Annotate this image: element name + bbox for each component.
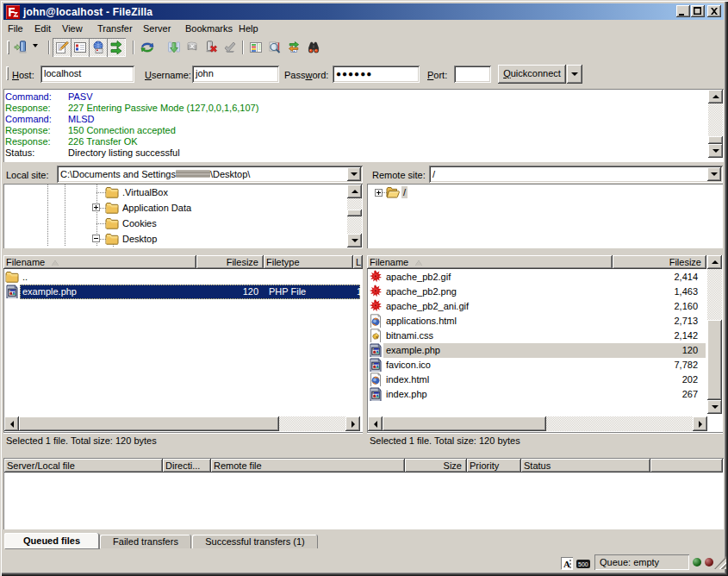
tree-expander-plus[interactable] xyxy=(92,203,100,211)
file-row[interactable]: example.php120PHP File1 xyxy=(3,285,363,299)
toggle-queue-button[interactable] xyxy=(107,38,126,57)
remote-site-combo[interactable]: / xyxy=(429,166,723,183)
tree-item[interactable]: / xyxy=(386,185,408,200)
minimize-button[interactable] xyxy=(676,5,690,17)
menu-view[interactable]: View xyxy=(59,22,86,34)
toggle-remote-tree-button[interactable] xyxy=(89,38,108,57)
tab-successful-transfers----[interactable]: Successful transfers (1) xyxy=(192,535,318,548)
disconnect-button[interactable] xyxy=(202,38,221,57)
column-header-filesize[interactable]: Filesize xyxy=(613,255,706,269)
scroll-left-button[interactable] xyxy=(368,416,383,431)
scroll-right-button[interactable] xyxy=(693,416,707,431)
find-files-button[interactable] xyxy=(304,38,323,57)
scroll-thumb[interactable] xyxy=(383,416,546,431)
tab-failed-transfers[interactable]: Failed transfers xyxy=(100,535,191,548)
local-tree-scroll-thumb[interactable] xyxy=(347,210,362,216)
queue-column-size[interactable]: Size xyxy=(405,459,467,473)
queue-column-remote-file[interactable]: Remote file xyxy=(211,459,405,473)
password-input[interactable]: ●●●●●● xyxy=(333,66,420,83)
local-tree-scroll-down[interactable] xyxy=(347,234,362,247)
resize-grip[interactable] xyxy=(714,556,726,569)
queue-column-blank[interactable] xyxy=(650,459,723,473)
column-header-filename[interactable]: Filename xyxy=(367,255,613,269)
file-row[interactable]: bitnami.css2,142 xyxy=(367,329,706,343)
log-scroll-up[interactable] xyxy=(708,90,723,103)
local-site-combo[interactable]: C:\Documents and Settings\Desktop\ xyxy=(57,166,363,183)
tree-expander-plus[interactable] xyxy=(375,189,383,197)
local-combo-dropdown[interactable] xyxy=(347,167,361,181)
tree-expander-minus[interactable] xyxy=(92,235,100,242)
local-list-hscrollbar[interactable] xyxy=(4,416,360,431)
scroll-track[interactable] xyxy=(279,416,345,431)
directory-comparison-button[interactable] xyxy=(265,38,284,57)
queue-column-status[interactable]: Status xyxy=(521,459,650,473)
scroll-down-button[interactable] xyxy=(707,400,722,414)
tree-item[interactable]: Application Data xyxy=(105,200,193,216)
file-row[interactable]: favicon.ico7,782 xyxy=(367,358,706,373)
local-tree-scrollbar[interactable] xyxy=(347,185,362,247)
menu-file[interactable]: File xyxy=(4,22,27,34)
file-row[interactable]: example.php120 xyxy=(367,343,706,358)
file-size: 120 xyxy=(3,286,258,297)
scroll-thumb[interactable] xyxy=(707,320,722,400)
close-icon xyxy=(709,6,719,16)
quickconnect-button[interactable]: Quickconnect xyxy=(498,65,566,84)
scroll-track[interactable] xyxy=(546,416,693,431)
remote-combo-dropdown[interactable] xyxy=(707,167,721,181)
log-scroll-thumb[interactable] xyxy=(708,136,723,144)
column-header-last-modified[interactable]: L xyxy=(353,255,363,269)
synchronized-browsing-button[interactable] xyxy=(284,38,303,57)
file-modified: 1 xyxy=(357,286,362,297)
scroll-track[interactable] xyxy=(707,269,722,320)
scroll-left-button[interactable] xyxy=(4,416,19,431)
folder-icon xyxy=(105,232,119,246)
tree-item[interactable]: Cookies xyxy=(105,216,159,231)
scroll-thumb[interactable] xyxy=(19,416,279,431)
tab-queued-files[interactable]: Queued files xyxy=(4,533,99,548)
quickconnect-dropdown[interactable] xyxy=(567,65,582,84)
refresh-button[interactable] xyxy=(138,38,157,57)
menu-edit[interactable]: Edit xyxy=(31,22,54,34)
cancel-operation-button[interactable] xyxy=(183,38,202,57)
column-header-filesize[interactable]: Filesize xyxy=(196,255,264,269)
file-row[interactable]: index.php267 xyxy=(367,387,706,402)
file-row[interactable]: apache_pb2_ani.gif2,160 xyxy=(367,299,706,314)
file-row[interactable]: index.html202 xyxy=(367,373,706,387)
toolbar-grip[interactable] xyxy=(7,41,9,54)
file-row[interactable]: applications.html2,713 xyxy=(367,314,706,329)
file-row[interactable]: apache_pb2.png1,463 xyxy=(367,285,706,299)
scroll-up-button[interactable] xyxy=(707,255,722,269)
queue-column-priority[interactable]: Priority xyxy=(467,459,521,473)
scroll-right-button[interactable] xyxy=(345,416,360,431)
site-manager-button[interactable] xyxy=(11,38,30,57)
process-queue-button[interactable] xyxy=(165,38,184,57)
queue-column-directi---[interactable]: Directi... xyxy=(163,459,211,473)
quickconnect-grip[interactable] xyxy=(6,66,9,80)
close-button[interactable] xyxy=(707,5,721,17)
reconnect-button[interactable] xyxy=(221,38,240,57)
host-input[interactable]: localhost xyxy=(40,66,134,83)
port-input[interactable] xyxy=(454,66,491,83)
column-header-filetype[interactable]: Filetype xyxy=(264,255,353,269)
menu-server[interactable]: Server xyxy=(140,22,174,34)
toggle-message-log-button[interactable] xyxy=(53,38,72,57)
local-tree-scroll-up[interactable] xyxy=(347,185,362,198)
file-row[interactable]: .. xyxy=(3,270,363,285)
menu-bookmarks[interactable]: Bookmarks xyxy=(182,22,236,34)
menu-help[interactable]: Help xyxy=(235,22,262,34)
username-input[interactable]: john xyxy=(192,66,279,83)
filter-button[interactable] xyxy=(246,38,265,57)
tree-item[interactable]: Desktop xyxy=(105,231,159,247)
log-scrollbar[interactable] xyxy=(708,90,723,158)
maximize-button[interactable] xyxy=(691,5,705,17)
site-manager-dropdown[interactable] xyxy=(33,44,38,47)
column-header-filename[interactable]: Filename xyxy=(3,255,196,269)
remote-list-vscrollbar[interactable] xyxy=(707,255,722,415)
queue-column-server-local-file[interactable]: Server/Local file xyxy=(4,459,163,473)
tree-item[interactable]: .VirtualBox xyxy=(105,185,170,200)
toggle-local-tree-button[interactable] xyxy=(71,38,90,57)
file-row[interactable]: apache_pb2.gif2,414 xyxy=(367,270,706,285)
log-scroll-down[interactable] xyxy=(708,144,723,158)
menu-transfer[interactable]: Transfer xyxy=(94,22,136,34)
remote-list-hscrollbar[interactable] xyxy=(368,416,707,431)
